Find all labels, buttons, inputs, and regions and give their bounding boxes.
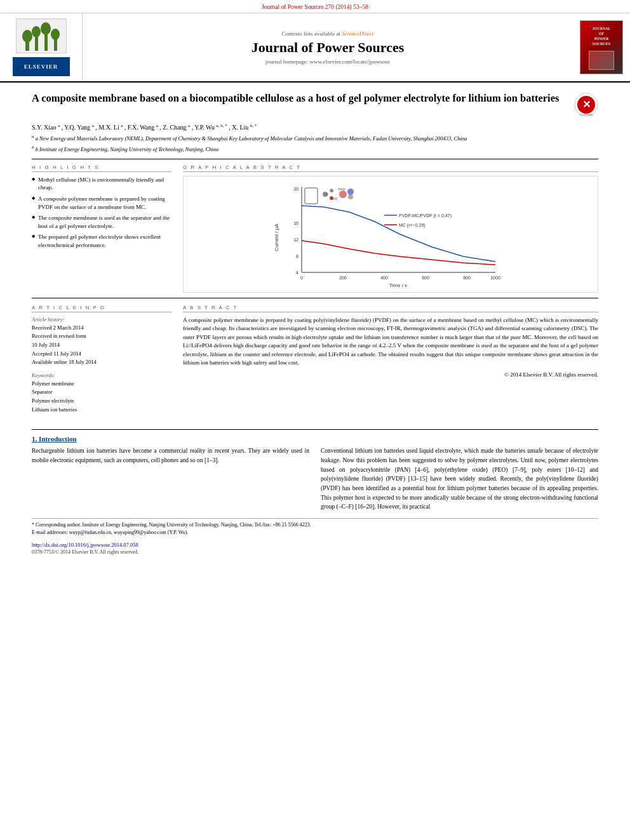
article-title-area: A composite membrane based on a biocompa… — [32, 91, 598, 117]
header-right: JOURNAL OF POWER SOURCES — [573, 13, 630, 81]
article-title-section: A composite membrane based on a biocompa… — [0, 83, 630, 418]
authors-line: S.Y. Xiao a , Y.Q. Yang a , M.X. Li a , … — [32, 123, 598, 131]
intro-columns: Rechargeable lithium ion batteries have … — [32, 446, 598, 512]
abstract-chart: Current / μA 4 8 12 16 20 0 200 400 600 — [273, 180, 508, 288]
svg-text:Current / μA: Current / μA — [274, 223, 279, 251]
sciencedirect-line: Contents lists available at ScienceDirec… — [282, 30, 374, 37]
svg-point-7 — [51, 29, 60, 40]
available-date: Available online 18 July 2014 — [32, 358, 171, 367]
journal-title: Journal of Power Sources — [251, 39, 405, 56]
highlight-item-1: Methyl cellulose (MC) is environmentally… — [32, 176, 171, 192]
graphical-abstract-image: Current / μA 4 8 12 16 20 0 200 400 600 — [183, 176, 598, 293]
svg-text:400: 400 — [380, 276, 388, 280]
abstract-column: A B S T R A C T A composite polymer memb… — [183, 305, 598, 414]
svg-rect-31 — [305, 188, 318, 204]
svg-point-5 — [41, 22, 51, 35]
received-date: Received 2 March 2014 — [32, 324, 171, 333]
header-center: Contents lists available at ScienceDirec… — [83, 13, 573, 81]
affiliation-a: a a New Energy and Materials Laboratory … — [32, 134, 598, 143]
journal-homepage: journal homepage: www.elsevier.com/locat… — [265, 58, 390, 65]
highlights-graphical-row: H I G H L I G H T S Methyl cellulose (MC… — [32, 164, 598, 293]
svg-text:4: 4 — [296, 270, 298, 275]
svg-point-1 — [22, 30, 32, 43]
intro-heading: 1. Introduction — [32, 435, 598, 443]
svg-text:✕: ✕ — [582, 99, 591, 110]
svg-text:20: 20 — [293, 187, 298, 191]
keywords-list: Polymer membrane Separator Polymer elect… — [32, 380, 171, 414]
article-dates: Received 2 March 2014 Received in revise… — [32, 324, 171, 367]
svg-text:F=O: F=O — [331, 197, 337, 201]
keyword-2: Separator — [32, 388, 171, 397]
accepted-date: Accepted 11 July 2014 — [32, 350, 171, 359]
abstract-text: A composite polymer membrane is prepared… — [183, 316, 598, 368]
article-info-abstract-row: A R T I C L E I N F O Article history: R… — [32, 305, 598, 414]
highlight-item-3: The composite membrane is used as the se… — [32, 214, 171, 230]
revised-date-val: 10 July 2014 — [32, 341, 171, 350]
svg-text:PVDF-MC/PVDF (r = 0.47): PVDF-MC/PVDF (r = 0.47) — [399, 213, 452, 218]
email-line: E-mail addresses: wuyp@fudan.edu.cn, wuy… — [32, 529, 598, 537]
svg-point-3 — [32, 26, 41, 37]
footnote-area: * Corresponding author. Institute of Ene… — [32, 518, 598, 537]
graphical-abstract-column: G R A P H I C A L A B S T R A C T Curren… — [183, 164, 598, 293]
svg-text:1000: 1000 — [490, 276, 500, 280]
citation-bar: Journal of Power Sources 270 (2014) 53–5… — [0, 0, 630, 13]
svg-text:Time / s: Time / s — [389, 283, 407, 288]
header-left: ELSEVIER — [0, 13, 83, 81]
svg-point-41 — [348, 194, 353, 199]
svg-text:800: 800 — [463, 276, 471, 280]
elsevier-logo: ELSEVIER — [13, 57, 70, 76]
journal-header: ELSEVIER Contents lists available at Sci… — [0, 13, 630, 83]
highlights-column: H I G H L I G H T S Methyl cellulose (MC… — [32, 164, 171, 293]
intro-left: Rechargeable lithium ion batteries have … — [32, 446, 309, 512]
keyword-4: Lithium ion batteries — [32, 406, 171, 415]
svg-text:0: 0 — [300, 276, 303, 280]
highlights-label: H I G H L I G H T S — [32, 164, 171, 172]
doi-line[interactable]: http://dx.doi.org/10.1016/j.jpowsour.201… — [32, 542, 598, 548]
graphical-abstract-label: G R A P H I C A L A B S T R A C T — [183, 164, 598, 172]
issn-line: 0378-7753/© 2014 Elsevier B.V. All right… — [32, 549, 598, 555]
corresponding-author: * Corresponding author. Institute of Ene… — [32, 521, 598, 529]
svg-text:F: F — [326, 192, 328, 196]
article-info-column: A R T I C L E I N F O Article history: R… — [32, 305, 171, 414]
svg-rect-2 — [35, 36, 38, 51]
svg-rect-6 — [54, 38, 57, 51]
svg-text:600: 600 — [422, 276, 429, 280]
intro-left-text: Rechargeable lithium ion batteries have … — [32, 446, 309, 465]
svg-point-40 — [347, 189, 354, 195]
article-info-label: A R T I C L E I N F O — [32, 305, 171, 312]
highlight-item-2: A composite polymer membrane is prepared… — [32, 195, 171, 211]
intro-right: Conventional lithium ion batteries used … — [321, 446, 598, 512]
divider-3 — [32, 429, 598, 430]
affiliation-b: b b Institute of Energy Engineering, Nan… — [32, 145, 598, 154]
keyword-3: Polymer electrolyte — [32, 397, 171, 406]
main-body: 1. Introduction Rechargeable lithium ion… — [0, 418, 630, 561]
svg-text:16: 16 — [293, 221, 298, 225]
svg-text:CrossMark: CrossMark — [580, 113, 593, 116]
article-title: A composite membrane based on a biocompa… — [32, 91, 566, 105]
keywords-label: Keywords: — [32, 372, 171, 378]
abstract-label: A B S T R A C T — [183, 305, 598, 312]
highlight-item-4: The prepared gel polymer electrolyte sho… — [32, 233, 171, 249]
svg-text:8: 8 — [296, 254, 298, 258]
svg-text:200: 200 — [339, 276, 347, 280]
svg-text:H=O: H=O — [338, 187, 345, 191]
divider-1 — [32, 159, 598, 159]
sciencedirect-link[interactable]: ScienceDirect — [342, 30, 373, 37]
revised-date: Received in revised form — [32, 332, 171, 341]
copyright: © 2014 Elsevier B.V. All rights reserved… — [183, 371, 598, 378]
keyword-1: Polymer membrane — [32, 380, 171, 389]
svg-text:H: H — [331, 189, 333, 193]
svg-text:MC (r=−0.29): MC (r=−0.29) — [399, 223, 426, 228]
divider-2 — [32, 298, 598, 298]
article-history-label: Article history: — [32, 316, 171, 323]
crossmark-logo: ✕ CrossMark — [574, 93, 598, 117]
citation-text: Journal of Power Sources 270 (2014) 53–5… — [262, 4, 368, 10]
journal-cover-image: JOURNAL OF POWER SOURCES — [580, 20, 623, 74]
intro-right-text: Conventional lithium ion batteries used … — [321, 446, 598, 512]
svg-point-39 — [339, 190, 347, 198]
university-logo — [16, 18, 67, 53]
svg-text:12: 12 — [293, 237, 298, 242]
svg-rect-4 — [44, 33, 48, 51]
